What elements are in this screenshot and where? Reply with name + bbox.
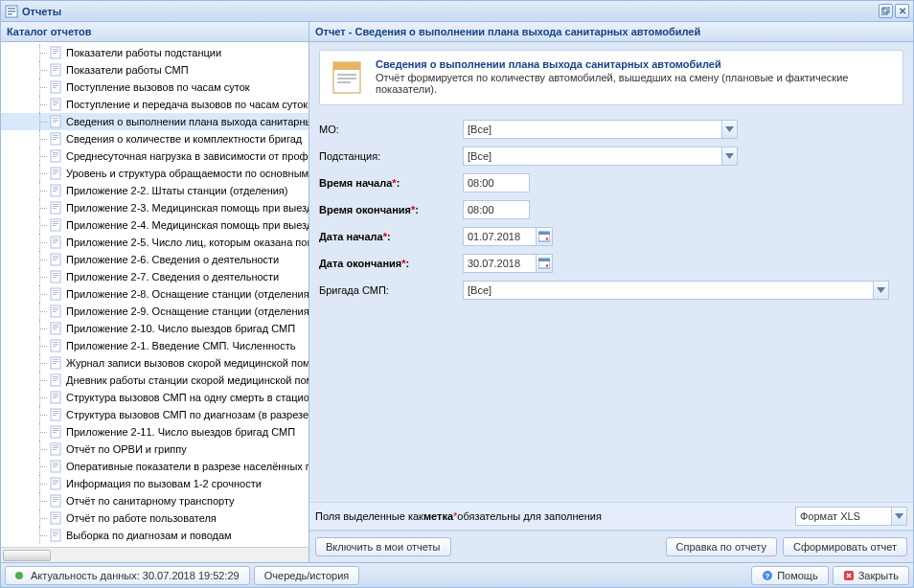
svg-rect-23 (53, 118, 58, 119)
report-item-icon (49, 305, 62, 318)
input-time-end[interactable] (463, 200, 530, 219)
catalog-item[interactable]: Приложение 2-5. Число лиц, которым оказа… (1, 234, 308, 251)
catalog-panel: Каталог отчетов Показатели работы подста… (1, 22, 309, 562)
catalog-item[interactable]: Приложение 2-2. Штаты станции (отделения… (1, 182, 308, 199)
label-substation: Подстанция: (319, 150, 463, 162)
catalog-item[interactable]: Приложение 2-4. Медицинская помощь при в… (1, 216, 308, 234)
combo-substation[interactable] (463, 147, 738, 166)
catalog-item-label: Приложение 2-7. Сведения о деятельности (66, 271, 279, 283)
catalog-item-label: Отчёт по работе пользователя (66, 512, 217, 524)
catalog-item[interactable]: Показатели работы СМП (1, 61, 308, 79)
catalog-item[interactable]: Сведения о количестве и комплектности бр… (1, 130, 308, 147)
catalog-tree[interactable]: Показатели работы подстанцииПоказатели р… (1, 42, 308, 547)
combo-substation-trigger[interactable] (721, 147, 738, 166)
catalog-item[interactable]: Информация по вызовам 1-2 срочности (1, 475, 308, 492)
close-window-button[interactable]: Закрыть (833, 566, 909, 585)
date-end[interactable] (463, 254, 553, 273)
svg-rect-89 (53, 397, 57, 398)
catalog-hscrollbar[interactable] (1, 547, 308, 562)
include-button[interactable]: Включить в мои отчеты (315, 537, 451, 556)
svg-rect-21 (53, 104, 57, 105)
svg-rect-64 (53, 292, 58, 293)
date-start[interactable] (463, 227, 553, 246)
catalog-item[interactable]: Отчёт по ОРВИ и гриппу (1, 441, 308, 458)
svg-rect-4 (881, 9, 887, 14)
svg-rect-56 (53, 258, 58, 259)
restore-button[interactable] (879, 4, 893, 18)
report-body: Сведения о выполнении плана выхода санит… (309, 42, 913, 502)
catalog-item[interactable]: Приложение 2-1. Введение СМП. Численност… (1, 337, 308, 354)
svg-rect-69 (53, 311, 57, 312)
catalog-item[interactable]: Показатели работы подстанции (1, 44, 308, 61)
input-date-end[interactable] (463, 254, 536, 273)
input-date-start[interactable] (463, 227, 536, 246)
catalog-item-label: Приложение 2-2. Штаты станции (отделения… (66, 185, 287, 196)
create-report-button[interactable]: Сформировать отчет (783, 537, 907, 556)
svg-rect-52 (53, 240, 58, 241)
catalog-item[interactable]: Приложение 2-8. Оснащение станции (отдел… (1, 285, 308, 303)
catalog-item[interactable]: Структура вызовов СМП по диагнозам (в ра… (1, 406, 308, 423)
catalog-item[interactable]: Среднесуточная нагрузка в зависимости от… (1, 147, 308, 165)
combo-format-input[interactable] (795, 507, 891, 526)
svg-rect-83 (53, 376, 58, 377)
report-item-icon (49, 63, 62, 77)
catalog-item[interactable]: Приложение 2-3. Медицинская помощь при в… (1, 199, 308, 216)
svg-rect-35 (53, 170, 58, 170)
calendar-icon[interactable] (536, 227, 553, 246)
svg-rect-115 (53, 514, 58, 515)
combo-format[interactable] (795, 507, 907, 526)
report-item-icon (49, 80, 62, 94)
catalog-item[interactable]: Отчёт по санитарному транспорту (1, 492, 308, 509)
svg-rect-84 (53, 378, 58, 379)
catalog-item[interactable]: Дневник работы станции скорой медицинско… (1, 372, 308, 389)
close-button[interactable]: ✕ (895, 4, 909, 18)
catalog-item[interactable]: Поступление вызовов по часам суток (1, 79, 308, 96)
combo-mo[interactable] (463, 120, 738, 139)
input-time-start[interactable] (463, 173, 530, 192)
help-button[interactable]: ? Помощь (751, 566, 829, 585)
data-actuality-button[interactable]: Актуальность данных: 30.07.2018 19:52:29 (5, 566, 250, 585)
catalog-item[interactable]: Структура вызовов СМП на одну смерть в с… (1, 389, 308, 406)
combo-mo-input[interactable] (463, 120, 721, 139)
report-item-icon (49, 167, 62, 180)
catalog-item[interactable]: Приложение 2-10. Число выездов бригад СМ… (1, 320, 308, 337)
svg-rect-29 (53, 139, 57, 140)
catalog-item[interactable]: Поступление и передача вызовов по часам … (1, 96, 308, 113)
report-item-icon (49, 115, 62, 128)
combo-brigade-input[interactable] (463, 281, 873, 300)
catalog-item[interactable]: Приложение 2-7. Сведения о деятельности (1, 268, 308, 285)
catalog-item[interactable]: Приложение 2-9. Оснащение станции (отдел… (1, 303, 308, 320)
label-time-start: Время начала*: (319, 177, 463, 189)
catalog-item[interactable]: Журнал записи вызовов скорой медицинской… (1, 354, 308, 372)
report-item-icon (49, 356, 62, 370)
svg-rect-99 (53, 445, 58, 446)
catalog-item[interactable]: Приложение 2-11. Число выездов бригад СМ… (1, 423, 308, 441)
catalog-item[interactable]: Выборка по диагнозам и поводам (1, 527, 308, 544)
svg-rect-123 (333, 62, 360, 70)
combo-substation-input[interactable] (463, 147, 721, 166)
svg-rect-45 (53, 208, 57, 209)
catalog-item[interactable]: Уровень и структура обращаемости по осно… (1, 165, 308, 182)
svg-rect-104 (53, 464, 58, 465)
scrollbar-thumb[interactable] (3, 550, 51, 561)
report-help-button[interactable]: Справка по отчету (666, 537, 777, 556)
catalog-item[interactable]: Сведения о выполнении плана выхода санит… (1, 113, 308, 130)
svg-rect-92 (53, 413, 58, 414)
svg-rect-7 (53, 49, 58, 50)
window-title: Отчеты (22, 6, 61, 17)
report-item-icon (49, 270, 62, 283)
catalog-item[interactable]: Оперативные показатели в разрезе населён… (1, 458, 308, 475)
combo-brigade[interactable] (463, 281, 889, 300)
svg-rect-88 (53, 396, 58, 396)
calendar-icon[interactable] (536, 254, 553, 273)
svg-rect-61 (53, 277, 57, 278)
catalog-title: Каталог отчетов (1, 22, 308, 42)
queue-history-button[interactable]: Очередь/история (254, 566, 360, 585)
svg-rect-100 (53, 447, 58, 448)
combo-mo-trigger[interactable] (721, 120, 738, 139)
combo-format-trigger[interactable] (891, 507, 907, 526)
svg-rect-41 (53, 191, 57, 192)
catalog-item[interactable]: Приложение 2-6. Сведения о деятельности (1, 251, 308, 268)
catalog-item[interactable]: Отчёт по работе пользователя (1, 509, 308, 527)
combo-brigade-trigger[interactable] (873, 281, 889, 300)
